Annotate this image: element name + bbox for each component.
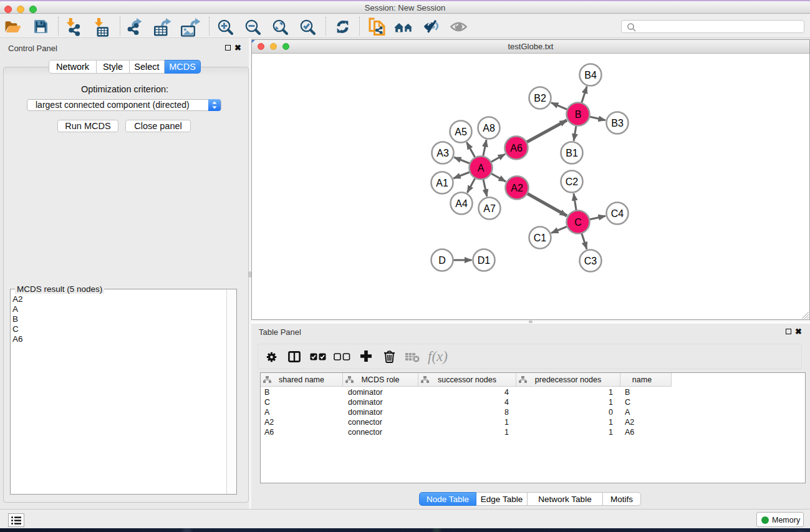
svg-text:A2: A2 [511,183,523,193]
svg-text:A: A [478,163,485,173]
svg-text:D: D [438,255,446,266]
svg-text:C: C [574,217,582,228]
svg-text:C2: C2 [566,177,579,187]
svg-text:A1: A1 [436,178,448,188]
svg-text:C4: C4 [611,208,624,219]
svg-text:A8: A8 [483,123,495,133]
svg-text:B: B [575,109,582,120]
svg-text:A4: A4 [455,198,468,209]
svg-text:B2: B2 [534,93,546,104]
svg-text:D1: D1 [478,255,491,266]
svg-text:C3: C3 [584,256,597,266]
svg-text:B4: B4 [584,70,597,80]
svg-text:C1: C1 [534,233,547,243]
svg-text:A6: A6 [510,143,523,153]
svg-text:B3: B3 [611,118,624,128]
svg-text:A7: A7 [483,203,496,214]
svg-text:A5: A5 [455,127,467,137]
svg-text:A3: A3 [436,148,449,158]
svg-text:B1: B1 [566,148,578,158]
